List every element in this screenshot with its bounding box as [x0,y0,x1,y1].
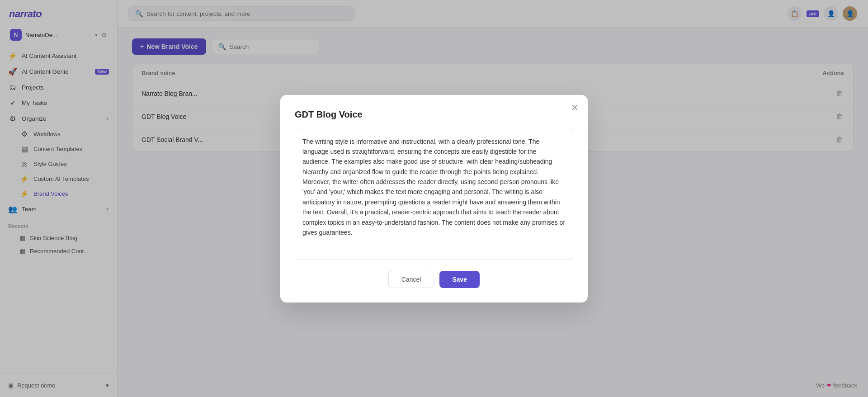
modal-actions: Cancel Save [295,271,573,288]
brand-voice-content-textarea[interactable]: The writing style is informative and ins… [295,129,573,260]
modal-dialog: GDT Blog Voice ✕ The writing style is in… [280,95,588,302]
save-button[interactable]: Save [439,271,480,288]
modal-overlay[interactable]: GDT Blog Voice ✕ The writing style is in… [0,0,868,397]
cancel-button[interactable]: Cancel [388,271,434,288]
modal-close-button[interactable]: ✕ [571,103,579,112]
modal-title: GDT Blog Voice [295,109,573,120]
